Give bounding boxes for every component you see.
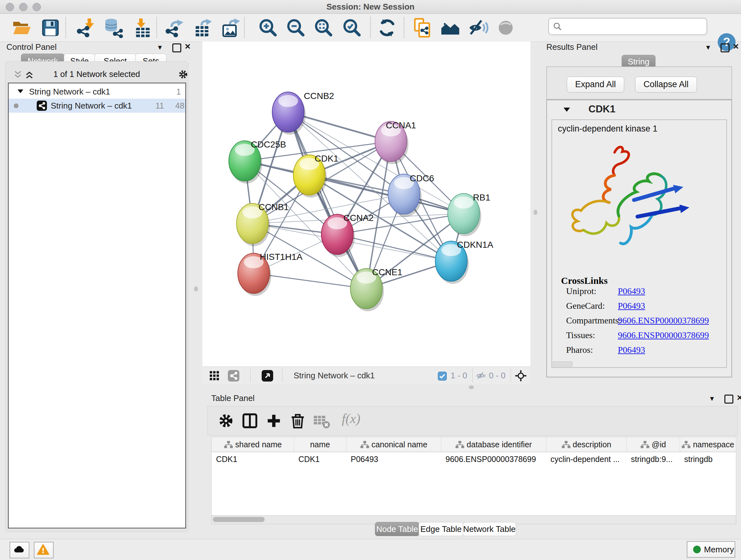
tab-network-table[interactable]: Network Table (463, 522, 516, 536)
crosslink-link[interactable]: 9606.ENSP00000378699 (618, 315, 709, 326)
column-header[interactable]: @id (626, 437, 680, 452)
close-panel-icon[interactable]: ✕ (737, 393, 741, 402)
zoom-selected-button[interactable] (342, 17, 362, 38)
crosslink-link[interactable]: 9606.ENSP00000378699 (618, 330, 709, 340)
crosslink-link[interactable]: P06493 (618, 301, 645, 311)
show-columns-button[interactable] (241, 412, 259, 429)
network-edge[interactable] (288, 112, 366, 289)
network-node[interactable]: CDKN1A (435, 240, 493, 284)
zoom-in-button[interactable] (258, 17, 278, 38)
column-header[interactable]: shared name (212, 437, 294, 452)
entry-header-row[interactable]: CDK1 (547, 100, 731, 119)
search-input[interactable] (565, 20, 704, 33)
network-node[interactable]: CDK1 (293, 153, 339, 198)
import-table-from-file-button[interactable] (132, 17, 152, 38)
selected-checkbox-icon[interactable] (438, 372, 447, 381)
panel-menu-icon[interactable]: ▾ (710, 394, 714, 403)
export-table-button[interactable] (193, 17, 213, 38)
network-node[interactable]: CCNB2 (272, 91, 334, 135)
birds-eye-view-icon[interactable] (262, 370, 273, 381)
save-session-button[interactable] (40, 17, 61, 38)
table-cell[interactable]: stringdb (680, 452, 736, 466)
maximize-window-icon[interactable] (32, 3, 41, 11)
zoom-fit-button[interactable] (313, 17, 334, 38)
gear-icon[interactable] (178, 69, 189, 80)
cloud-status-button[interactable] (10, 542, 29, 558)
collapse-all-button[interactable]: Collapse All (635, 77, 697, 92)
crosslink-row: Uniprot:P06493 (561, 286, 608, 301)
import-network-from-file-button[interactable] (76, 17, 96, 38)
table-options-button[interactable] (217, 412, 234, 429)
float-panel-icon[interactable] (721, 44, 730, 52)
import-network-from-database-button[interactable] (103, 17, 124, 38)
network-row[interactable]: String Network – cdk1 11 48 (9, 99, 185, 113)
float-panel-icon[interactable] (172, 44, 181, 52)
table-cell[interactable]: P06493 (346, 452, 441, 466)
clone-network-button[interactable] (412, 17, 433, 38)
apply-layout-button[interactable] (377, 17, 397, 38)
memory-button[interactable]: Memory (687, 541, 735, 558)
network-node[interactable]: CDC6 (388, 173, 434, 217)
entry-expander-icon[interactable] (563, 107, 570, 112)
entry-scrollbar[interactable] (553, 361, 572, 367)
crosslink-link[interactable]: P06493 (618, 286, 645, 296)
crosslink-row: Pharos:P06493 (561, 345, 608, 360)
export-network-button[interactable] (165, 17, 185, 38)
bottom-splitter-handle[interactable] (469, 385, 474, 389)
warnings-button[interactable] (34, 542, 54, 558)
network-node[interactable]: CCNA2 (321, 213, 374, 257)
delete-table-button[interactable] (313, 412, 330, 429)
right-splitter-handle[interactable] (534, 210, 537, 215)
show-hidden-button[interactable] (496, 17, 516, 38)
crosslink-label: Uniprot: (566, 286, 596, 296)
table-cell[interactable]: 9606.ENSP00000378699 (441, 452, 546, 466)
tab-edge-table[interactable]: Edge Table (419, 522, 463, 536)
minimize-window-icon[interactable] (19, 3, 27, 11)
table-cell[interactable]: stringdb:9... (626, 452, 680, 466)
network-share-view-icon[interactable] (228, 370, 239, 381)
column-header[interactable]: database identifier (441, 437, 546, 452)
show-home-button[interactable] (440, 17, 461, 38)
pan-crosshair-icon[interactable] (515, 369, 527, 382)
network-node[interactable]: HIST1H1A (238, 252, 302, 296)
column-header[interactable]: namespace (680, 437, 736, 452)
zoom-out-button[interactable] (286, 17, 306, 38)
network-view-toolbar: String Network – cdk1 1 - 0 0 - 0 (202, 367, 530, 384)
create-column-button[interactable] (265, 412, 282, 429)
save-floppy-icon (40, 17, 61, 38)
table-cell[interactable]: CDK1 (294, 452, 346, 466)
column-header[interactable]: description (546, 437, 627, 452)
export-image-button[interactable] (221, 17, 242, 38)
expand-all-button[interactable]: Expand All (567, 77, 624, 92)
column-header[interactable]: name (294, 437, 347, 452)
close-window-icon[interactable] (6, 3, 14, 11)
tree-expander-icon[interactable] (17, 89, 23, 94)
open-session-button[interactable] (11, 17, 32, 38)
network-view-canvas[interactable]: CCNB2CCNA1CDC25BCDK1CDC6RB1CCNB1CCNA2CDK… (202, 42, 530, 367)
search-field[interactable] (548, 18, 707, 35)
table-cell[interactable]: cyclin-dependent ... (546, 452, 626, 466)
network-node[interactable]: CDC25B (229, 139, 286, 184)
search-icon (553, 22, 562, 31)
grid-view-icon[interactable] (209, 371, 219, 381)
left-splitter-handle[interactable] (194, 287, 198, 292)
tab-node-table[interactable]: Node Table (375, 522, 419, 536)
entry-description: cyclin-dependent kinase 1 (558, 124, 657, 134)
table-cell[interactable]: CDK1 (212, 452, 294, 466)
network-node[interactable]: CCNA1 (375, 120, 416, 164)
scrollbar-thumb[interactable] (213, 517, 265, 522)
delete-column-button[interactable] (289, 412, 307, 429)
close-panel-icon[interactable]: ✕ (185, 42, 191, 51)
column-header[interactable]: canonical name (346, 437, 441, 452)
network-collection-row[interactable]: String Network – cdk1 1 (9, 84, 185, 99)
hide-selected-button[interactable] (468, 17, 488, 38)
network-node[interactable]: RB1 (448, 192, 490, 236)
close-panel-icon[interactable]: ✕ (733, 42, 739, 51)
float-panel-icon[interactable] (724, 395, 733, 403)
panel-menu-icon[interactable]: ▾ (706, 43, 710, 52)
node-label: CDC6 (410, 173, 434, 183)
network-node[interactable]: CCNE1 (350, 267, 402, 311)
crosslink-link[interactable]: P06493 (618, 345, 645, 355)
function-builder-button[interactable]: f(x) (342, 411, 360, 426)
panel-menu-icon[interactable]: ▾ (158, 43, 162, 52)
